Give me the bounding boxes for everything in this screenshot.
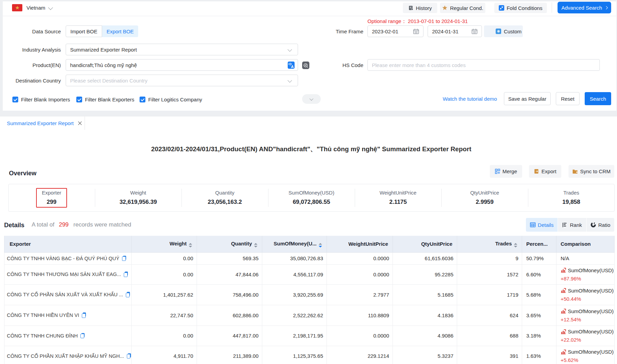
svg-text:❋: ❋: [497, 29, 500, 33]
svg-text:A: A: [291, 65, 294, 69]
